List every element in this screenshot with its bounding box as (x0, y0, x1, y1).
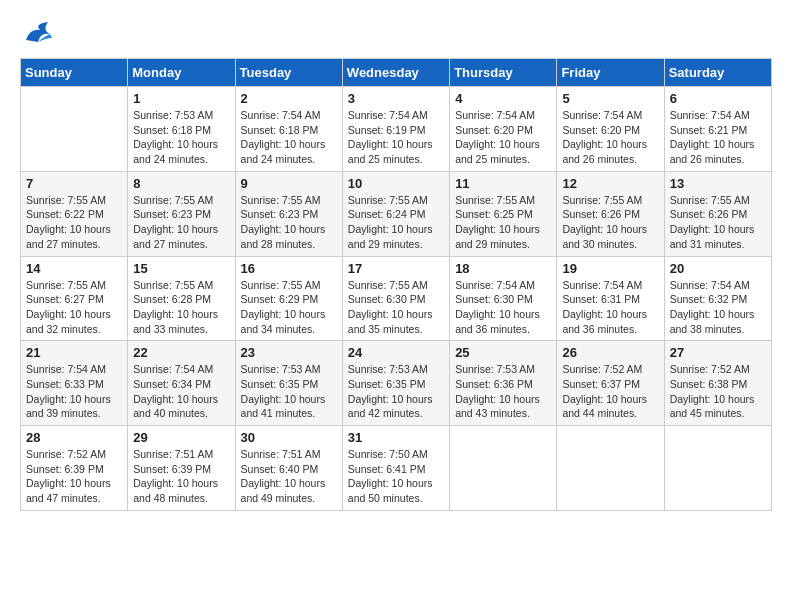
day-info: Sunrise: 7:55 AM Sunset: 6:26 PM Dayligh… (670, 193, 766, 252)
weekday-header-sunday: Sunday (21, 59, 128, 87)
calendar-cell: 27Sunrise: 7:52 AM Sunset: 6:38 PM Dayli… (664, 341, 771, 426)
calendar-cell: 18Sunrise: 7:54 AM Sunset: 6:30 PM Dayli… (450, 256, 557, 341)
calendar-cell: 4Sunrise: 7:54 AM Sunset: 6:20 PM Daylig… (450, 87, 557, 172)
calendar-cell: 13Sunrise: 7:55 AM Sunset: 6:26 PM Dayli… (664, 171, 771, 256)
day-number: 21 (26, 345, 122, 360)
calendar-week-4: 21Sunrise: 7:54 AM Sunset: 6:33 PM Dayli… (21, 341, 772, 426)
day-info: Sunrise: 7:55 AM Sunset: 6:22 PM Dayligh… (26, 193, 122, 252)
calendar-cell: 24Sunrise: 7:53 AM Sunset: 6:35 PM Dayli… (342, 341, 449, 426)
calendar-cell: 26Sunrise: 7:52 AM Sunset: 6:37 PM Dayli… (557, 341, 664, 426)
day-number: 14 (26, 261, 122, 276)
weekday-header-saturday: Saturday (664, 59, 771, 87)
calendar-cell: 21Sunrise: 7:54 AM Sunset: 6:33 PM Dayli… (21, 341, 128, 426)
calendar-cell: 15Sunrise: 7:55 AM Sunset: 6:28 PM Dayli… (128, 256, 235, 341)
day-info: Sunrise: 7:53 AM Sunset: 6:18 PM Dayligh… (133, 108, 229, 167)
day-info: Sunrise: 7:54 AM Sunset: 6:32 PM Dayligh… (670, 278, 766, 337)
day-info: Sunrise: 7:54 AM Sunset: 6:34 PM Dayligh… (133, 362, 229, 421)
day-number: 22 (133, 345, 229, 360)
day-number: 27 (670, 345, 766, 360)
day-info: Sunrise: 7:55 AM Sunset: 6:26 PM Dayligh… (562, 193, 658, 252)
calendar-week-1: 1Sunrise: 7:53 AM Sunset: 6:18 PM Daylig… (21, 87, 772, 172)
calendar-cell: 25Sunrise: 7:53 AM Sunset: 6:36 PM Dayli… (450, 341, 557, 426)
calendar-cell: 22Sunrise: 7:54 AM Sunset: 6:34 PM Dayli… (128, 341, 235, 426)
day-info: Sunrise: 7:54 AM Sunset: 6:31 PM Dayligh… (562, 278, 658, 337)
day-number: 30 (241, 430, 337, 445)
weekday-header-row: SundayMondayTuesdayWednesdayThursdayFrid… (21, 59, 772, 87)
calendar-cell: 23Sunrise: 7:53 AM Sunset: 6:35 PM Dayli… (235, 341, 342, 426)
day-number: 23 (241, 345, 337, 360)
day-number: 8 (133, 176, 229, 191)
day-info: Sunrise: 7:51 AM Sunset: 6:40 PM Dayligh… (241, 447, 337, 506)
day-info: Sunrise: 7:55 AM Sunset: 6:24 PM Dayligh… (348, 193, 444, 252)
weekday-header-thursday: Thursday (450, 59, 557, 87)
day-info: Sunrise: 7:52 AM Sunset: 6:38 PM Dayligh… (670, 362, 766, 421)
day-info: Sunrise: 7:54 AM Sunset: 6:33 PM Dayligh… (26, 362, 122, 421)
weekday-header-friday: Friday (557, 59, 664, 87)
day-info: Sunrise: 7:55 AM Sunset: 6:28 PM Dayligh… (133, 278, 229, 337)
calendar-week-5: 28Sunrise: 7:52 AM Sunset: 6:39 PM Dayli… (21, 426, 772, 511)
day-info: Sunrise: 7:52 AM Sunset: 6:37 PM Dayligh… (562, 362, 658, 421)
day-number: 17 (348, 261, 444, 276)
calendar-cell: 29Sunrise: 7:51 AM Sunset: 6:39 PM Dayli… (128, 426, 235, 511)
day-number: 1 (133, 91, 229, 106)
calendar-cell (21, 87, 128, 172)
day-info: Sunrise: 7:55 AM Sunset: 6:29 PM Dayligh… (241, 278, 337, 337)
day-number: 18 (455, 261, 551, 276)
day-number: 31 (348, 430, 444, 445)
day-number: 19 (562, 261, 658, 276)
calendar-cell (664, 426, 771, 511)
calendar-cell: 6Sunrise: 7:54 AM Sunset: 6:21 PM Daylig… (664, 87, 771, 172)
calendar-cell: 2Sunrise: 7:54 AM Sunset: 6:18 PM Daylig… (235, 87, 342, 172)
day-number: 15 (133, 261, 229, 276)
day-number: 25 (455, 345, 551, 360)
calendar-cell (557, 426, 664, 511)
day-number: 24 (348, 345, 444, 360)
calendar-cell: 17Sunrise: 7:55 AM Sunset: 6:30 PM Dayli… (342, 256, 449, 341)
day-info: Sunrise: 7:54 AM Sunset: 6:30 PM Dayligh… (455, 278, 551, 337)
day-number: 2 (241, 91, 337, 106)
day-info: Sunrise: 7:54 AM Sunset: 6:20 PM Dayligh… (562, 108, 658, 167)
calendar-cell: 12Sunrise: 7:55 AM Sunset: 6:26 PM Dayli… (557, 171, 664, 256)
calendar-week-3: 14Sunrise: 7:55 AM Sunset: 6:27 PM Dayli… (21, 256, 772, 341)
day-number: 11 (455, 176, 551, 191)
calendar-body: 1Sunrise: 7:53 AM Sunset: 6:18 PM Daylig… (21, 87, 772, 511)
logo-bird-icon (20, 20, 58, 48)
weekday-header-tuesday: Tuesday (235, 59, 342, 87)
calendar-cell: 20Sunrise: 7:54 AM Sunset: 6:32 PM Dayli… (664, 256, 771, 341)
calendar-cell: 7Sunrise: 7:55 AM Sunset: 6:22 PM Daylig… (21, 171, 128, 256)
day-info: Sunrise: 7:55 AM Sunset: 6:23 PM Dayligh… (241, 193, 337, 252)
day-info: Sunrise: 7:55 AM Sunset: 6:30 PM Dayligh… (348, 278, 444, 337)
calendar-cell: 11Sunrise: 7:55 AM Sunset: 6:25 PM Dayli… (450, 171, 557, 256)
day-number: 9 (241, 176, 337, 191)
calendar-cell: 30Sunrise: 7:51 AM Sunset: 6:40 PM Dayli… (235, 426, 342, 511)
day-info: Sunrise: 7:55 AM Sunset: 6:23 PM Dayligh… (133, 193, 229, 252)
day-number: 12 (562, 176, 658, 191)
day-number: 13 (670, 176, 766, 191)
day-info: Sunrise: 7:54 AM Sunset: 6:19 PM Dayligh… (348, 108, 444, 167)
day-info: Sunrise: 7:53 AM Sunset: 6:35 PM Dayligh… (241, 362, 337, 421)
calendar-cell: 16Sunrise: 7:55 AM Sunset: 6:29 PM Dayli… (235, 256, 342, 341)
calendar-cell: 5Sunrise: 7:54 AM Sunset: 6:20 PM Daylig… (557, 87, 664, 172)
day-number: 7 (26, 176, 122, 191)
calendar-cell: 19Sunrise: 7:54 AM Sunset: 6:31 PM Dayli… (557, 256, 664, 341)
logo (20, 20, 62, 48)
day-number: 20 (670, 261, 766, 276)
calendar-cell: 28Sunrise: 7:52 AM Sunset: 6:39 PM Dayli… (21, 426, 128, 511)
day-number: 3 (348, 91, 444, 106)
header (20, 20, 772, 48)
calendar-cell: 3Sunrise: 7:54 AM Sunset: 6:19 PM Daylig… (342, 87, 449, 172)
day-info: Sunrise: 7:52 AM Sunset: 6:39 PM Dayligh… (26, 447, 122, 506)
day-number: 28 (26, 430, 122, 445)
day-info: Sunrise: 7:53 AM Sunset: 6:35 PM Dayligh… (348, 362, 444, 421)
day-info: Sunrise: 7:55 AM Sunset: 6:27 PM Dayligh… (26, 278, 122, 337)
weekday-header-monday: Monday (128, 59, 235, 87)
day-number: 10 (348, 176, 444, 191)
day-number: 6 (670, 91, 766, 106)
day-info: Sunrise: 7:53 AM Sunset: 6:36 PM Dayligh… (455, 362, 551, 421)
calendar-cell: 8Sunrise: 7:55 AM Sunset: 6:23 PM Daylig… (128, 171, 235, 256)
calendar-cell: 9Sunrise: 7:55 AM Sunset: 6:23 PM Daylig… (235, 171, 342, 256)
day-number: 29 (133, 430, 229, 445)
calendar-cell: 14Sunrise: 7:55 AM Sunset: 6:27 PM Dayli… (21, 256, 128, 341)
day-info: Sunrise: 7:54 AM Sunset: 6:20 PM Dayligh… (455, 108, 551, 167)
calendar-table: SundayMondayTuesdayWednesdayThursdayFrid… (20, 58, 772, 511)
